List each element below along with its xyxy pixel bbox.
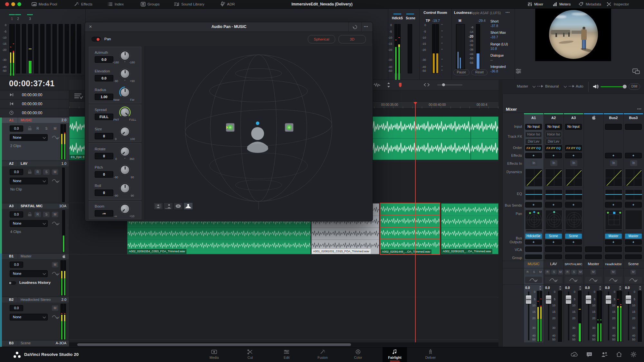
track-header-a3[interactable]: A3 SPATIAL MIC 1OA 0.0 R S M None 4 Clip…: [2, 203, 69, 254]
vca-select[interactable]: [585, 246, 602, 252]
bus-meter-tab-scene[interactable]: Scene: [404, 16, 417, 20]
input-select[interactable]: No Input: [565, 124, 582, 130]
add-effect-button[interactable]: +: [625, 153, 642, 158]
size-knob[interactable]: [121, 127, 129, 136]
record-arm-button[interactable]: R: [34, 212, 41, 217]
pan-cell[interactable]: [545, 210, 563, 230]
solo-button[interactable]: S: [43, 169, 50, 175]
effects-in-button[interactable]: In: [550, 160, 557, 166]
fader-handle[interactable]: [586, 295, 591, 304]
mixer-mute-button[interactable]: M: [611, 270, 616, 274]
automation-icon[interactable]: [52, 135, 60, 140]
dialog-leveler-fx[interactable]: Dial Lev: [545, 139, 562, 144]
fader-handle[interactable]: [626, 295, 631, 304]
effects-in-button[interactable]: In: [570, 160, 577, 166]
track-preset-dropdown[interactable]: None: [10, 178, 48, 184]
track-gain[interactable]: 0.0: [10, 305, 23, 311]
record-arm-button[interactable]: R: [34, 169, 41, 175]
solo-button[interactable]: S: [43, 126, 50, 131]
track-preset-dropdown[interactable]: None: [10, 134, 48, 141]
dialog-leveler-fx[interactable]: Dial Lev: [525, 139, 542, 144]
track-header-b2[interactable]: B2 Headlocked Stereo 2.0 0.0 M None: [2, 297, 69, 340]
mute-button[interactable]: M: [52, 212, 58, 217]
view-back-button-active[interactable]: [184, 202, 193, 210]
loudness-reset-button[interactable]: Reset: [471, 70, 488, 75]
gain-stepper[interactable]: [539, 286, 542, 290]
azimuth-knob[interactable]: [121, 51, 129, 60]
gain-stepper[interactable]: [639, 286, 642, 290]
waveform-view-icon[interactable]: [374, 83, 381, 87]
playhead[interactable]: [415, 102, 416, 342]
chat-icon[interactable]: [586, 352, 592, 357]
eq-cell[interactable]: [605, 189, 622, 200]
fx-order[interactable]: FX DY EQ: [525, 145, 542, 151]
gain-stepper[interactable]: [619, 286, 622, 290]
dual-screen-icon[interactable]: [632, 68, 640, 74]
eq-cell[interactable]: [525, 189, 543, 200]
dynamics-cell[interactable]: [625, 169, 642, 187]
add-bus-output-button[interactable]: +: [625, 240, 642, 245]
track-gain[interactable]: 0.0: [10, 211, 23, 218]
eq-cell[interactable]: [625, 189, 642, 200]
automation-icon[interactable]: [52, 179, 60, 183]
tab-edit[interactable]: Edit: [275, 347, 298, 362]
input-select[interactable]: No Input: [545, 124, 562, 130]
elevation-value[interactable]: 0.0: [95, 75, 113, 81]
group-select[interactable]: [565, 255, 582, 259]
input-select[interactable]: No Input: [525, 124, 542, 130]
track-header-a2[interactable]: A2 LAV 1.0 0.0 R S M None No Clip: [2, 161, 69, 203]
bus-meter-tab-hdlcks[interactable]: HdlckS: [390, 16, 404, 20]
add-bus-output-button[interactable]: +: [565, 240, 582, 245]
playhead-marker[interactable]: [413, 102, 418, 105]
mixer-ch-head-apple-icon[interactable]: [584, 115, 603, 121]
strip-automation-icon[interactable]: [545, 277, 562, 283]
collaboration-icon[interactable]: [601, 352, 608, 357]
track-gain[interactable]: 0.0: [10, 169, 23, 175]
mode-spherical-button[interactable]: Spherical: [308, 35, 335, 43]
timeline-options-icon[interactable]: [74, 93, 83, 99]
dynamics-cell[interactable]: [525, 169, 543, 187]
effects-in-button[interactable]: In: [530, 160, 537, 166]
automation-icon[interactable]: [52, 271, 60, 276]
mixer-solo-button[interactable]: S: [531, 270, 537, 274]
vca-select[interactable]: [625, 246, 642, 252]
track-preset-dropdown[interactable]: None: [10, 314, 48, 320]
traffic-zoom-button[interactable]: [17, 2, 21, 6]
mixer-mute-button[interactable]: M: [538, 270, 543, 274]
mixer-mute-button[interactable]: M: [578, 270, 583, 274]
tab-cut[interactable]: Cut: [239, 347, 261, 362]
hscrollbar-thumb[interactable]: [77, 343, 351, 346]
mixer-ch-head[interactable]: Bus3: [624, 116, 643, 120]
tab-color[interactable]: Color: [347, 347, 369, 362]
lock-icon[interactable]: [28, 170, 32, 174]
view-front-button[interactable]: [154, 202, 163, 210]
dim-button[interactable]: DIM: [629, 83, 640, 90]
group-select[interactable]: [545, 255, 562, 259]
vca-select[interactable]: [545, 246, 562, 252]
track-header-a1[interactable]: A1 MUSIC 2.0 0.0 R S M None 2 Clips: [2, 117, 69, 161]
bus-output-select[interactable]: Scene: [545, 234, 562, 239]
monitor-source-select[interactable]: Master: [517, 84, 528, 88]
track-height-icon[interactable]: [386, 82, 391, 88]
view-side-button[interactable]: [164, 202, 173, 210]
bus-output-select[interactable]: HdlckdStr: [525, 234, 542, 239]
mixer-ch-head[interactable]: A3: [564, 116, 583, 120]
strip-automation-icon[interactable]: [605, 277, 622, 283]
group-select[interactable]: [525, 255, 542, 259]
mode-3d-button[interactable]: 3D: [338, 35, 366, 43]
timeline-hscrollbar[interactable]: [69, 342, 498, 347]
solo-button[interactable]: S: [43, 212, 50, 217]
meter-channel-label[interactable]: 1: [9, 17, 15, 21]
viewer-settings-icon[interactable]: [515, 68, 522, 74]
effects-in-button[interactable]: In: [630, 160, 637, 166]
meter-channel-label[interactable]: 2: [15, 17, 21, 21]
close-icon[interactable]: ✕: [89, 24, 92, 29]
mute-button[interactable]: M: [52, 169, 58, 175]
vca-select[interactable]: [605, 246, 622, 252]
loudness-profile[interactable]: Apple ASAF (LUFS): [471, 11, 501, 15]
boom-knob[interactable]: [121, 205, 129, 213]
add-effect-button[interactable]: +: [545, 153, 562, 158]
zoom-slider-handle[interactable]: [442, 83, 445, 86]
strip-automation-icon[interactable]: [525, 277, 542, 283]
group-select[interactable]: [585, 255, 602, 259]
